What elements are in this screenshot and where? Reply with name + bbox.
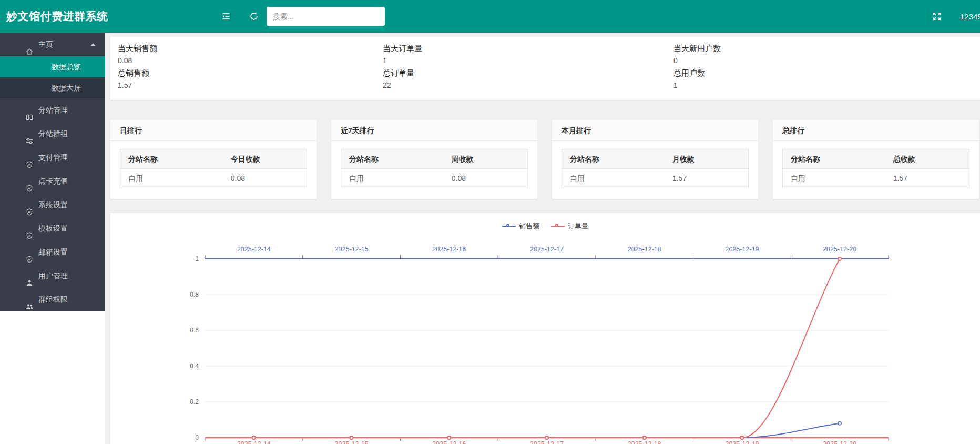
sliders-icon	[25, 129, 34, 138]
site-name-cell: 自用	[120, 169, 223, 188]
fullscreen-icon[interactable]	[932, 11, 942, 22]
sidebar-subitem-0[interactable]: 数据总览	[0, 56, 105, 77]
svg-text:0.8: 0.8	[190, 291, 199, 298]
svg-text:2025-12-20: 2025-12-20	[823, 246, 856, 253]
ranking-card-title: 近7天排行	[331, 120, 537, 141]
ranking-cards-row: 日排行分站名称今日收款自用0.08近7天排行分站名称周收款自用0.08本月排行分…	[110, 120, 980, 199]
ranking-table: 分站名称总收款自用1.57	[782, 149, 969, 188]
sales-orders-chart: 00.20.40.60.812025-12-142025-12-142025-1…	[110, 213, 980, 444]
sidebar-item-7[interactable]: 邮箱设置	[0, 240, 105, 264]
stat-value: 1	[673, 81, 973, 89]
svg-text:0: 0	[195, 434, 199, 441]
ranking-table: 分站名称今日收款自用0.08	[120, 149, 307, 188]
svg-text:2025-12-19: 2025-12-19	[725, 246, 759, 253]
amount-cell: 0.08	[444, 169, 528, 188]
ranking-card-title: 日排行	[110, 120, 317, 141]
site-name-cell: 自用	[341, 169, 444, 188]
svg-text:2025-12-18: 2025-12-18	[628, 246, 661, 253]
sidebar-item-3[interactable]: 支付管理	[0, 146, 105, 169]
stat-value: 1.57	[118, 81, 383, 89]
sidebar-subitem-label: 数据总览	[52, 63, 81, 71]
shield-check-icon	[25, 200, 34, 209]
stat-cell: 当天新用户数0	[673, 44, 973, 68]
site-name-cell: 自用	[783, 169, 885, 188]
legend-marker	[551, 224, 565, 229]
app-title: 妙文馆付费进群系统	[6, 0, 108, 33]
stat-value: 1	[383, 56, 673, 65]
sidebar-item-label: 邮箱设置	[38, 248, 68, 256]
legend-label: 销售额	[519, 221, 539, 231]
svg-text:2025-12-17: 2025-12-17	[530, 246, 564, 253]
legend-label: 订单量	[568, 221, 588, 231]
sidebar-item-8[interactable]: 用户管理	[0, 264, 105, 288]
svg-text:2025-12-20: 2025-12-20	[823, 440, 856, 444]
shield-check-icon	[25, 248, 34, 256]
ranking-table: 分站名称周收款自用0.08	[341, 149, 528, 188]
sidebar-item-4[interactable]: 点卡充值	[0, 169, 105, 193]
stat-cell: 总用户数1	[673, 68, 973, 93]
svg-text:1: 1	[195, 255, 199, 263]
sidebar-item-label: 用户管理	[38, 271, 68, 280]
sidebar-item-label: 模板设置	[38, 224, 68, 233]
sidebar-item-6[interactable]: 模板设置	[0, 217, 105, 240]
stat-cell: 当天销售额0.08	[118, 44, 383, 68]
columns-icon	[25, 106, 34, 114]
sidebar-item-1[interactable]: 分站管理	[0, 98, 105, 122]
sidebar-item-9[interactable]: 群组权限	[0, 288, 105, 311]
home-icon	[25, 40, 34, 48]
amount-cell: 1.57	[665, 169, 749, 188]
stat-value: 22	[383, 81, 673, 89]
refresh-icon[interactable]	[249, 11, 259, 22]
legend-item-订单量[interactable]: 订单量	[551, 221, 588, 231]
ranking-card: 本月排行分站名称月收款自用1.57	[552, 120, 758, 199]
svg-text:2025-12-17: 2025-12-17	[530, 440, 564, 444]
stat-cell: 总订单量22	[383, 68, 673, 93]
menu-collapse-icon[interactable]	[221, 11, 231, 22]
table-header-row: 分站名称周收款	[341, 149, 528, 169]
sidebar: 主页数据总览数据大屏分站管理分站群组支付管理点卡充值系统设置模板设置邮箱设置用户…	[0, 33, 105, 311]
svg-text:0.6: 0.6	[190, 327, 199, 334]
column-header: 分站名称	[341, 149, 444, 169]
column-header: 月收款	[665, 149, 749, 169]
table-row: 自用1.57	[783, 169, 969, 188]
legend-item-销售额[interactable]: 销售额	[502, 221, 539, 231]
table-header-row: 分站名称总收款	[783, 149, 969, 169]
sidebar-item-2[interactable]: 分站群组	[0, 122, 105, 146]
ranking-card-title: 总排行	[773, 120, 979, 141]
table-header-row: 分站名称今日收款	[120, 149, 307, 169]
table-row: 自用0.08	[120, 169, 307, 188]
sidebar-item-label: 支付管理	[38, 153, 68, 162]
stat-value: 0.08	[118, 56, 383, 65]
amount-cell: 1.57	[885, 169, 969, 188]
sidebar-item-label: 群组权限	[38, 295, 68, 304]
column-header: 周收款	[444, 149, 528, 169]
sidebar-item-5[interactable]: 系统设置	[0, 193, 105, 217]
sidebar-item-label: 分站群组	[38, 129, 68, 138]
site-name-cell: 自用	[562, 169, 665, 188]
stat-label: 总销售额	[118, 68, 383, 78]
svg-text:2025-12-14: 2025-12-14	[237, 246, 271, 253]
ranking-card: 日排行分站名称今日收款自用0.08	[110, 120, 317, 199]
column-header: 分站名称	[562, 149, 665, 169]
users-icon	[25, 295, 34, 304]
sidebar-subitem-1[interactable]: 数据大屏	[0, 77, 105, 98]
ranking-card: 近7天排行分站名称周收款自用0.08	[331, 120, 537, 199]
username[interactable]: 12345	[960, 12, 980, 21]
ranking-card-title: 本月排行	[552, 120, 758, 141]
stat-label: 当天订单量	[383, 44, 673, 54]
sidebar-item-label: 点卡充值	[38, 177, 68, 185]
sidebar-item-label: 主页	[38, 40, 53, 48]
search-input[interactable]	[267, 7, 385, 26]
stat-cell: 当天订单量1	[383, 44, 673, 68]
svg-text:2025-12-14: 2025-12-14	[237, 440, 271, 444]
sidebar-item-0[interactable]: 主页	[0, 33, 105, 56]
chart-card: 销售额订单量 00.20.40.60.812025-12-142025-12-1…	[110, 213, 980, 444]
svg-text:0.4: 0.4	[190, 362, 199, 370]
shield-check-icon	[25, 153, 34, 162]
stat-cell: 总销售额1.57	[118, 68, 383, 93]
column-header: 总收款	[885, 149, 969, 169]
svg-text:2025-12-16: 2025-12-16	[432, 246, 466, 253]
svg-text:2025-12-15: 2025-12-15	[335, 246, 369, 253]
amount-cell: 0.08	[223, 169, 307, 188]
main-content: 当天销售额0.08当天订单量1当天新用户数0总销售额1.57总订单量22总用户数…	[105, 33, 980, 444]
